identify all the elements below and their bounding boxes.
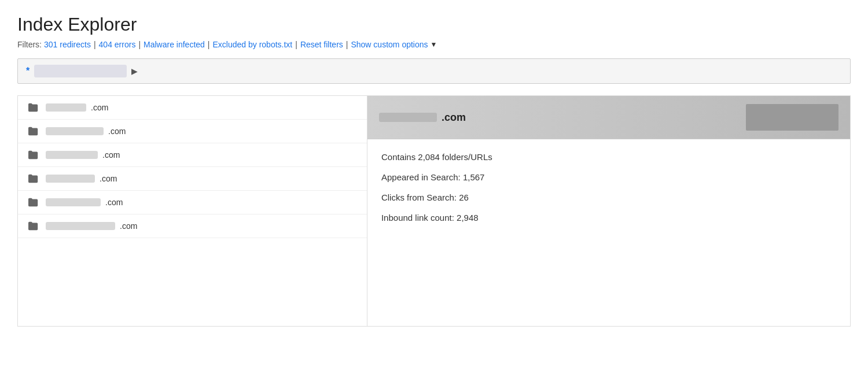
folder-icon xyxy=(27,150,40,160)
domain-suffix: .com xyxy=(91,103,108,112)
filter-reset-filters[interactable]: Reset filters xyxy=(300,40,343,49)
detail-domain-suffix: .com xyxy=(442,112,466,124)
filters-bar: Filters: 301 redirects | 404 errors | Ma… xyxy=(17,40,851,49)
folder-icon xyxy=(27,126,40,136)
folder-icon xyxy=(27,102,40,113)
stat-clicks-from-search: Clicks from Search: 26 xyxy=(381,191,836,203)
main-content: .com .com .com xyxy=(17,95,851,327)
list-item[interactable]: .com xyxy=(18,96,367,120)
domain-name-blur xyxy=(46,198,101,206)
detail-action-button[interactable] xyxy=(746,104,838,131)
domain-suffix: .com xyxy=(100,174,117,183)
list-item[interactable]: .com xyxy=(18,120,367,143)
domain-name-blur xyxy=(46,127,104,135)
domain-suffix: .com xyxy=(105,198,123,207)
filter-malware-infected[interactable]: Malware infected xyxy=(144,40,205,49)
filter-show-custom-options[interactable]: Show custom options xyxy=(351,40,428,49)
list-item[interactable]: .com xyxy=(18,143,367,167)
dropdown-arrow-icon[interactable]: ▼ xyxy=(431,40,437,49)
detail-header: .com xyxy=(367,96,850,139)
detail-domain-blur xyxy=(379,113,437,122)
filter-excluded-by-robots[interactable]: Excluded by robots.txt xyxy=(213,40,293,49)
search-asterisk: * xyxy=(26,66,30,76)
domain-name-blur xyxy=(46,103,86,112)
filter-404-errors[interactable]: 404 errors xyxy=(99,40,136,49)
domain-suffix: .com xyxy=(108,127,126,136)
detail-panel: .com Contains 2,084 folders/URLs Appeare… xyxy=(367,96,850,326)
stat-folders-urls: Contains 2,084 folders/URLs xyxy=(381,151,836,163)
list-item[interactable]: .com xyxy=(18,214,367,238)
stat-appeared-in-search: Appeared in Search: 1,567 xyxy=(381,171,836,183)
domain-name-blur xyxy=(46,222,115,230)
folder-icon xyxy=(27,197,40,208)
domain-list-panel: .com .com .com xyxy=(18,96,367,326)
folder-icon xyxy=(27,221,40,231)
domain-name-blur xyxy=(46,175,95,183)
search-input[interactable] xyxy=(34,65,127,77)
detail-body: Contains 2,084 folders/URLs Appeared in … xyxy=(367,139,850,326)
search-bar: * ▶ xyxy=(17,58,851,84)
domain-suffix: .com xyxy=(102,150,120,160)
folder-icon xyxy=(27,173,40,184)
list-item[interactable]: .com xyxy=(18,191,367,214)
expand-arrow-icon[interactable]: ▶ xyxy=(131,66,138,76)
list-item[interactable]: .com xyxy=(18,167,367,191)
filter-301-redirects[interactable]: 301 redirects xyxy=(44,40,91,49)
filters-label: Filters: xyxy=(17,40,42,49)
stat-inbound-link-count: Inbound link count: 2,948 xyxy=(381,212,836,224)
domain-suffix: .com xyxy=(120,221,137,231)
domain-name-blur xyxy=(46,151,98,159)
page-title: Index Explorer xyxy=(17,14,851,35)
